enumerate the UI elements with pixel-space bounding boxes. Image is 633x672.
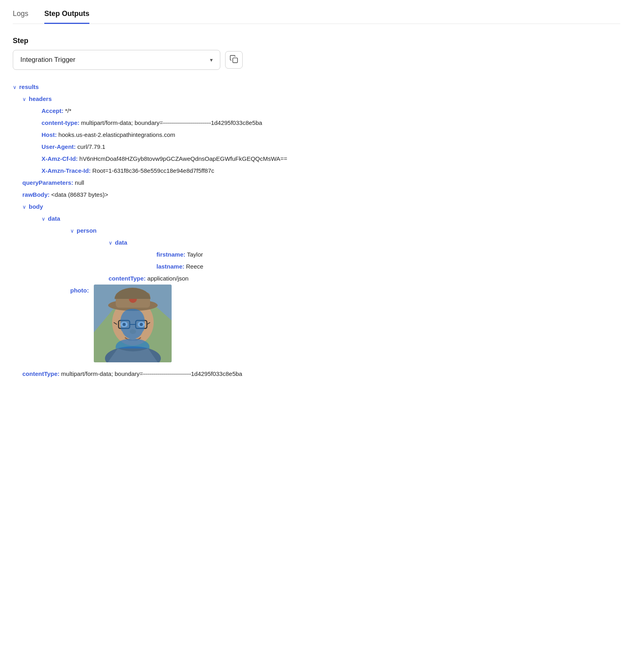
person-row: ∨ person <box>70 225 620 237</box>
dropdown-value: Integration Trigger <box>20 56 75 64</box>
raw-body-value: <data (86837 bytes)> <box>51 189 108 201</box>
raw-body-key: rawBody: <box>22 189 49 201</box>
content-type-outer-row: contentType: multipart/form-data; bounda… <box>13 368 620 380</box>
tab-logs[interactable]: Logs <box>13 10 28 24</box>
host-row: Host: hooks.us-east-2.elasticpathintegra… <box>22 129 620 141</box>
tabs-bar: Logs Step Outputs <box>13 10 620 24</box>
x-amz-cf-id-value: hV6nHcmDoaf48HZGyb8tovw9pGCZAweQdnsOapEG… <box>79 153 287 165</box>
user-agent-key: User-Agent: <box>42 141 76 153</box>
svg-point-13 <box>123 323 126 326</box>
svg-line-10 <box>114 322 117 324</box>
firstname-key: firstname: <box>156 249 186 261</box>
svg-point-6 <box>129 295 137 303</box>
content-type-inner-value: application/json <box>147 273 188 285</box>
lastname-key: lastname: <box>156 261 184 273</box>
x-amzn-trace-id-key: X-Amzn-Trace-Id: <box>42 165 91 177</box>
query-params-value: null <box>75 177 84 189</box>
svg-point-4 <box>108 300 158 311</box>
content-type-key: content-type: <box>42 117 79 129</box>
x-amz-cf-id-key: X-Amz-Cf-Id: <box>42 153 78 165</box>
content-type-outer-value: multipart/form-data; boundary=----------… <box>61 368 242 380</box>
person-data-row: ∨ data <box>109 237 620 249</box>
content-type-value: multipart/form-data; boundary=----------… <box>81 117 262 129</box>
results-node: ∨ results ∨ headers Accept: */* content-… <box>13 81 620 380</box>
dropdown-wrapper: Integration Trigger ▾ <box>13 50 620 70</box>
headers-node: ∨ headers Accept: */* content-type: mult… <box>13 93 620 177</box>
svg-point-15 <box>140 323 143 326</box>
content-type-inner-row: contentType: application/json <box>70 273 620 285</box>
x-amzn-trace-id-value: Root=1-631f8c36-58e559cc18e94e8d7f5ff87c <box>92 165 214 177</box>
firstname-value: Taylor <box>187 249 203 261</box>
data-toggle[interactable]: ∨ <box>42 214 45 224</box>
x-amz-cf-id-row: X-Amz-Cf-Id: hV6nHcmDoaf48HZGyb8tovw9pGC… <box>22 153 620 165</box>
user-agent-value: curl/7.79.1 <box>77 141 105 153</box>
body-key: body <box>29 201 43 213</box>
person-data-toggle[interactable]: ∨ <box>109 238 113 248</box>
svg-rect-8 <box>136 320 147 328</box>
accept-row: Accept: */* <box>22 105 620 117</box>
content-type-outer-key: contentType: <box>22 368 59 380</box>
data-row: ∨ data <box>42 213 620 225</box>
query-params-row: queryParameters: null <box>13 177 620 189</box>
data-key: data <box>48 213 60 225</box>
body-node: ∨ body ∨ data ∨ person <box>13 201 620 366</box>
svg-point-3 <box>112 299 154 346</box>
accept-value: */* <box>65 105 71 117</box>
photo-key: photo: <box>70 285 89 296</box>
svg-line-11 <box>147 322 150 324</box>
firstname-row: firstname: Taylor <box>109 249 620 261</box>
copy-icon <box>229 55 238 65</box>
photo-node: photo: <box>42 285 620 366</box>
accept-key: Accept: <box>42 105 63 117</box>
svg-point-12 <box>121 322 128 327</box>
step-dropdown[interactable]: Integration Trigger ▾ <box>13 50 220 70</box>
person-data-key: data <box>115 237 127 249</box>
data-node: ∨ data ∨ person ∨ data <box>22 213 620 366</box>
query-params-key: queryParameters: <box>22 177 73 189</box>
person-key: person <box>77 225 97 237</box>
results-key: results <box>19 81 39 93</box>
x-amzn-trace-id-row: X-Amzn-Trace-Id: Root=1-631f8c36-58e559c… <box>22 165 620 177</box>
headers-row: ∨ headers <box>22 93 620 105</box>
results-row: ∨ results <box>13 81 620 93</box>
tab-step-outputs[interactable]: Step Outputs <box>44 10 89 24</box>
photo-row: photo: <box>70 285 620 366</box>
svg-point-14 <box>138 322 145 327</box>
results-toggle[interactable]: ∨ <box>13 82 17 93</box>
person-toggle[interactable]: ∨ <box>70 226 74 236</box>
headers-toggle[interactable]: ∨ <box>22 94 26 105</box>
person-data-node: ∨ data firstname: Taylor lastname: <box>70 237 620 273</box>
lastname-value: Reece <box>186 261 203 273</box>
svg-point-16 <box>130 329 136 334</box>
lastname-row: lastname: Reece <box>109 261 620 273</box>
svg-rect-5 <box>116 293 150 308</box>
headers-key: headers <box>29 93 52 105</box>
photo-image <box>94 285 172 362</box>
svg-rect-7 <box>119 320 130 328</box>
content-type-inner-key: contentType: <box>109 273 146 285</box>
svg-rect-0 <box>233 58 237 63</box>
host-value: hooks.us-east-2.elasticpathintegrations.… <box>58 129 175 141</box>
user-agent-row: User-Agent: curl/7.79.1 <box>22 141 620 153</box>
body-row: ∨ body <box>22 201 620 213</box>
tree-output: ∨ results ∨ headers Accept: */* content-… <box>13 81 620 380</box>
raw-body-row: rawBody: <data (86837 bytes)> <box>13 189 620 201</box>
copy-button[interactable] <box>225 51 243 69</box>
page-container: Logs Step Outputs Step Integration Trigg… <box>0 0 633 389</box>
chevron-down-icon: ▾ <box>210 57 213 63</box>
step-section-label: Step <box>13 37 620 45</box>
body-toggle[interactable]: ∨ <box>22 202 26 212</box>
content-type-row: content-type: multipart/form-data; bound… <box>22 117 620 129</box>
person-node: ∨ person ∨ data firstname: <box>42 225 620 285</box>
svg-point-17 <box>105 346 161 362</box>
host-key: Host: <box>42 129 57 141</box>
